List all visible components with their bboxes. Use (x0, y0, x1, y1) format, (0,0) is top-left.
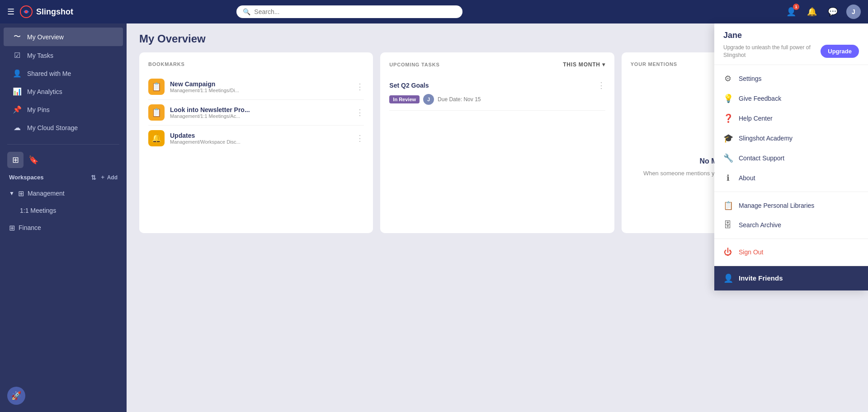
bookmark-item-0[interactable]: 📋 New Campaign Management/1:1 Meetings/D… (148, 74, 364, 100)
help-center-label: Help Center (739, 115, 773, 122)
sub-item-label: 1:1 Meetings (20, 207, 56, 214)
sort-icon[interactable]: ⇅ (91, 174, 96, 181)
sidebar-label-shared-with-me: Shared with Me (27, 70, 71, 77)
dropdown-item-help-center[interactable]: ❓ Help Center (714, 108, 868, 128)
task-item-0[interactable]: Set Q2 Goals ⋮ In Review J Due Date: Nov… (389, 75, 605, 111)
month-label: This Month (563, 61, 600, 68)
layers-icon: ⊞ (12, 155, 19, 165)
bell-btn[interactable]: 🔔 (805, 5, 819, 19)
bookmark-icon-2: 🔔 (148, 130, 165, 146)
chat-btn[interactable]: 💬 (826, 5, 840, 19)
workspaces-tab-btn[interactable]: ⊞ (7, 152, 24, 168)
dropdown-item-slingshot-academy[interactable]: 🎓 Slingshot Academy (714, 128, 868, 148)
bookmark-text-1: Look into Newsletter Pro... Management/1… (170, 106, 350, 119)
workspace-finance[interactable]: ⊞ Finance ⋮ (0, 219, 127, 236)
bookmarks-tab-btn[interactable]: 🔖 (25, 152, 42, 168)
topnav-actions: 👤 1 🔔 💬 J (784, 5, 861, 19)
slingshot-academy-label: Slingshot Academy (739, 135, 793, 142)
task-list: Set Q2 Goals ⋮ In Review J Due Date: Nov… (389, 75, 605, 111)
bookmark-item-1[interactable]: 📋 Look into Newsletter Pro... Management… (148, 100, 364, 126)
settings-icon: ⚙ (723, 74, 732, 84)
library-icon: 📋 (723, 201, 732, 211)
sidebar-item-my-analytics[interactable]: 📊 My Analytics (4, 83, 123, 100)
sidebar-item-my-cloud-storage[interactable]: ☁ My Cloud Storage (4, 119, 123, 136)
contact-support-label: Contact Support (739, 154, 784, 162)
invite-label: Invite Friends (739, 274, 783, 282)
sidebar-label-my-tasks: My Tasks (27, 52, 53, 59)
search-input[interactable] (254, 8, 456, 15)
sidebar-item-my-tasks[interactable]: ☑ My Tasks (4, 47, 123, 64)
workspace-layers-icon: ⊞ (18, 189, 24, 198)
due-date-0: Nov 15 (463, 96, 481, 103)
overview-icon: 〜 (13, 32, 22, 42)
analytics-icon: 📊 (13, 87, 22, 96)
bookmark-more-2[interactable]: ⋮ (356, 133, 364, 143)
manage-libraries-label: Manage Personal Libraries (739, 202, 814, 209)
search-bar[interactable]: 🔍 (236, 5, 462, 18)
task-due-0: Due Date: Nov 15 (438, 96, 481, 103)
dropdown-item-about[interactable]: ℹ About (714, 168, 868, 188)
search-icon: 🔍 (243, 8, 250, 15)
help-icon: ❓ (723, 113, 732, 123)
archive-icon: 🗄 (723, 220, 732, 230)
workspace-management[interactable]: ▼ ⊞ Management ⋮ (0, 185, 127, 202)
sidebar-label-my-cloud-storage: My Cloud Storage (27, 124, 78, 131)
month-filter[interactable]: This Month ▾ (563, 61, 605, 68)
dropdown-item-search-archive[interactable]: 🗄 Search Archive (714, 215, 868, 235)
svg-point-1 (25, 10, 28, 13)
info-icon: ℹ (723, 173, 732, 183)
bookmark-subtitle-1: Management/1:1 Meetings/Ac... (170, 113, 350, 119)
sidebar-label-my-pins: My Pins (27, 106, 50, 113)
top-navigation: ☰ Slingshot 🔍 👤 1 🔔 💬 J (0, 0, 868, 23)
dropdown-item-manage-libraries[interactable]: 📋 Manage Personal Libraries (714, 196, 868, 215)
workspace-sub-1-1-meetings[interactable]: 1:1 Meetings ⋮ (0, 202, 127, 219)
upgrade-button[interactable]: Upgrade (821, 45, 859, 58)
search-archive-label: Search Archive (739, 221, 781, 229)
bookmark-item-2[interactable]: 🔔 Updates Management/Workspace Disc... ⋮ (148, 126, 364, 151)
pins-icon: 📌 (13, 105, 22, 114)
workspaces-label: Workspaces (9, 174, 43, 181)
dropdown-item-contact-support[interactable]: 🔧 Contact Support (714, 148, 868, 168)
workspace-finance-label: Finance (19, 224, 41, 231)
expand-icon: ▼ (9, 190, 14, 197)
sidebar-item-my-overview[interactable]: 〜 My Overview (4, 28, 123, 46)
workspace-finance-icon: ⊞ (9, 224, 15, 232)
bookmark-more-0[interactable]: ⋮ (356, 82, 364, 92)
add-label: Add (107, 174, 118, 181)
bookmark-icon-0: 📋 (148, 79, 165, 95)
hamburger-menu-icon[interactable]: ☰ (7, 7, 14, 17)
academy-icon: 🎓 (723, 133, 732, 143)
add-workspace-btn[interactable]: ＋ Add (100, 173, 118, 181)
mentions-section-label: YOUR MENTIONS (631, 61, 677, 67)
app-logo[interactable]: Slingshot (20, 5, 73, 18)
chat-icon: 💬 (828, 7, 838, 17)
user-avatar-large[interactable]: 🚀 (7, 387, 25, 405)
sidebar-label-my-overview: My Overview (27, 33, 64, 41)
dropdown-item-give-feedback[interactable]: 💡 Give Feedback (714, 89, 868, 108)
notifications-btn[interactable]: 👤 1 (784, 5, 798, 19)
support-icon: 🔧 (723, 153, 732, 163)
invite-friends-btn[interactable]: 👤 Invite Friends (714, 266, 868, 290)
dropdown-signout-section: ⏻ Sign Out (714, 239, 868, 266)
bookmark-more-1[interactable]: ⋮ (356, 108, 364, 117)
lightbulb-icon: 💡 (723, 94, 732, 103)
dropdown-item-sign-out[interactable]: ⏻ Sign Out (714, 243, 868, 262)
bookmark-text-0: New Campaign Management/1:1 Meetings/Di.… (170, 80, 350, 93)
sidebar-tabs: ⊞ 🔖 (0, 148, 127, 172)
user-dropdown-menu: Jane Upgrade to unleash the full power o… (714, 23, 868, 290)
task-avatar-0: J (423, 94, 434, 105)
workspaces-header: Workspaces ⇅ ＋ Add (0, 172, 127, 185)
task-more-0[interactable]: ⋮ (597, 80, 605, 90)
bookmark-title-1: Look into Newsletter Pro... (170, 106, 350, 113)
notification-badge: 1 (793, 4, 799, 10)
sidebar-item-shared-with-me[interactable]: 👤 Shared with Me (4, 65, 123, 82)
task-avatar-letter-0: J (427, 97, 430, 102)
sidebar: 〜 My Overview ☑ My Tasks 👤 Shared with M… (0, 23, 127, 412)
dropdown-item-settings[interactable]: ⚙ Settings (714, 69, 868, 89)
plus-icon: ＋ (100, 173, 105, 181)
dropdown-main-items: ⚙ Settings 💡 Give Feedback ❓ Help Center… (714, 65, 868, 192)
bookmark-subtitle-0: Management/1:1 Meetings/Di... (170, 88, 350, 93)
sidebar-item-my-pins[interactable]: 📌 My Pins (4, 101, 123, 118)
about-label: About (739, 174, 755, 182)
user-avatar-btn[interactable]: J (846, 5, 861, 19)
